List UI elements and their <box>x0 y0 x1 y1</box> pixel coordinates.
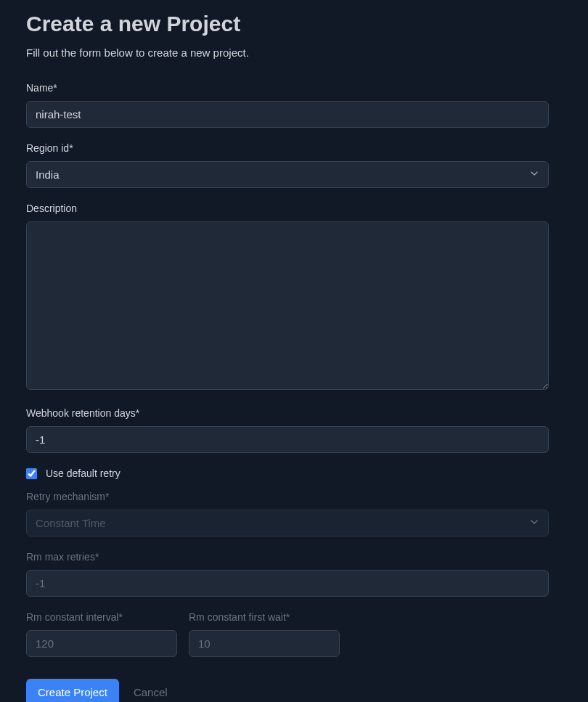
page-title: Create a new Project <box>26 12 562 36</box>
rm-constant-first-wait-input[interactable] <box>189 630 340 657</box>
name-group: Name* <box>26 82 549 128</box>
name-label: Name* <box>26 82 549 94</box>
rm-constant-interval-input[interactable] <box>26 630 177 657</box>
description-textarea[interactable] <box>26 221 549 390</box>
name-input[interactable] <box>26 101 549 128</box>
retry-mechanism-select[interactable]: Constant Time <box>26 510 549 536</box>
webhook-retention-label: Webhook retention days* <box>26 407 549 419</box>
retry-mechanism-group: Retry mechanism* Constant Time <box>26 491 549 536</box>
region-select[interactable]: India <box>26 161 549 188</box>
rm-constant-row: Rm constant interval* Rm constant first … <box>26 611 562 657</box>
region-group: Region id* India <box>26 142 549 188</box>
description-group: Description <box>26 203 549 393</box>
rm-max-retries-input[interactable] <box>26 570 549 597</box>
description-label: Description <box>26 203 549 214</box>
cancel-button[interactable]: Cancel <box>134 686 168 698</box>
rm-constant-first-wait-group: Rm constant first wait* <box>189 611 340 657</box>
webhook-retention-input[interactable] <box>26 426 549 453</box>
rm-max-retries-label: Rm max retries* <box>26 551 549 563</box>
default-retry-row: Use default retry <box>26 468 562 479</box>
retry-mechanism-label: Retry mechanism* <box>26 491 549 502</box>
default-retry-checkbox[interactable] <box>26 468 37 479</box>
rm-constant-interval-group: Rm constant interval* <box>26 611 177 657</box>
create-project-button[interactable]: Create Project <box>26 679 119 702</box>
retry-mechanism-select-wrapper: Constant Time <box>26 510 549 536</box>
webhook-retention-group: Webhook retention days* <box>26 407 549 453</box>
button-row: Create Project Cancel <box>26 679 562 702</box>
rm-constant-first-wait-label: Rm constant first wait* <box>189 611 340 623</box>
rm-constant-interval-label: Rm constant interval* <box>26 611 177 623</box>
page-subtitle: Fill out the form below to create a new … <box>26 46 562 59</box>
region-label: Region id* <box>26 142 549 154</box>
region-select-wrapper: India <box>26 161 549 188</box>
rm-max-retries-group: Rm max retries* <box>26 551 549 597</box>
default-retry-label: Use default retry <box>46 468 121 479</box>
